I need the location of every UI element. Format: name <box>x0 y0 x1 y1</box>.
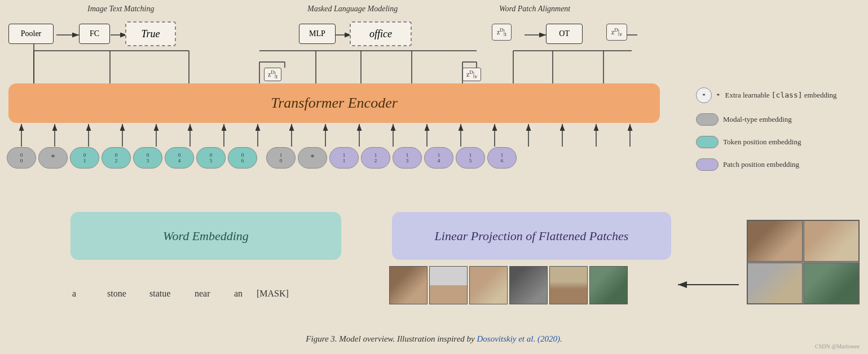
token-05: 05 <box>196 147 226 169</box>
image-cell-3 <box>747 263 803 304</box>
mlp-box: MLP <box>299 24 336 44</box>
word-an: an <box>234 289 243 299</box>
patch-4 <box>509 266 548 304</box>
pooler-box: Pooler <box>8 24 54 44</box>
token-13: 13 <box>393 147 422 169</box>
legend-item-modal: Modal-type embedding <box>696 113 860 126</box>
legend-item-token: Token position embedding <box>696 136 860 148</box>
caption-figure: Figure 3. <box>306 334 337 343</box>
patch-3 <box>469 266 508 304</box>
image-patches <box>389 266 628 304</box>
token-row-text: 00 * 01 02 03 04 05 06 10 * <box>7 147 517 169</box>
wpa-label: Word Patch Alignment <box>499 5 570 14</box>
legend: * * Extra learnable [class] embedding Mo… <box>696 87 860 181</box>
source-image <box>747 220 860 304</box>
legend-token-shape <box>696 136 719 148</box>
word-a: a <box>72 289 76 299</box>
legend-class-text: Extra learnable [class] embedding <box>725 91 837 100</box>
image-cell-1 <box>747 220 803 262</box>
token-10-star: * <box>298 147 327 169</box>
patch-2 <box>429 266 468 304</box>
legend-patch-text: Patch position embedding <box>723 160 799 169</box>
fc-box: FC <box>79 24 110 44</box>
patch-1 <box>389 266 428 304</box>
transformer-encoder: Transformer Encoder <box>8 83 660 123</box>
legend-patch-shape <box>696 158 719 171</box>
legend-item-patch: Patch position embedding <box>696 158 860 171</box>
caption-text: Model overview. Illustration inspired by <box>339 334 474 343</box>
token-00: 00 <box>7 147 36 169</box>
zdv-wpa: zD|v <box>606 24 627 41</box>
legend-modal-text: Modal-type embedding <box>723 115 792 124</box>
token-00-star: * <box>38 147 68 169</box>
zdt-itm: zD|t <box>264 68 281 81</box>
token-11: 11 <box>329 147 359 169</box>
true-box: True <box>125 21 176 46</box>
legend-item-class: * * Extra learnable [class] embedding <box>696 87 860 103</box>
token-03: 03 <box>133 147 162 169</box>
legend-token-text: Token position embedding <box>723 138 801 147</box>
csdn-watermark: CSDN @Marlowee <box>815 343 860 349</box>
zdv-mlm: zD|v <box>462 68 481 81</box>
office-box: office <box>350 21 412 46</box>
legend-modal-shape <box>696 113 719 126</box>
image-cell-4 <box>804 263 859 304</box>
ot-box: OT <box>546 24 583 44</box>
word-stone: stone <box>107 289 126 299</box>
itm-label: Image Text Matching <box>87 5 154 14</box>
main-container: Image Text Matching Masked Language Mode… <box>0 0 868 354</box>
patch-5 <box>549 266 588 304</box>
image-cell-2 <box>804 220 859 262</box>
token-15: 15 <box>456 147 485 169</box>
zdt-wpa: zD|t <box>492 24 512 41</box>
mlm-label: Masked Language Modeling <box>307 5 398 14</box>
word-near: near <box>195 289 210 299</box>
caption-link: Dosovitskiy et al. (2020). <box>477 334 562 343</box>
word-mask: [MASK] <box>257 289 289 299</box>
figure-caption: Figure 3. Model overview. Illustration i… <box>0 334 868 344</box>
word-embedding-box: Word Embedding <box>71 212 341 260</box>
token-04: 04 <box>165 147 194 169</box>
token-14: 14 <box>424 147 453 169</box>
word-statue: statue <box>149 289 170 299</box>
patch-6 <box>589 266 628 304</box>
token-06: 06 <box>228 147 257 169</box>
token-01: 01 <box>70 147 99 169</box>
token-10: 10 <box>266 147 296 169</box>
token-02: 02 <box>102 147 131 169</box>
token-16: 16 <box>487 147 517 169</box>
legend-class-shape: * <box>696 87 712 103</box>
token-12: 12 <box>361 147 390 169</box>
linear-projection-box: Linear Projection of Flattened Patches <box>392 212 671 260</box>
